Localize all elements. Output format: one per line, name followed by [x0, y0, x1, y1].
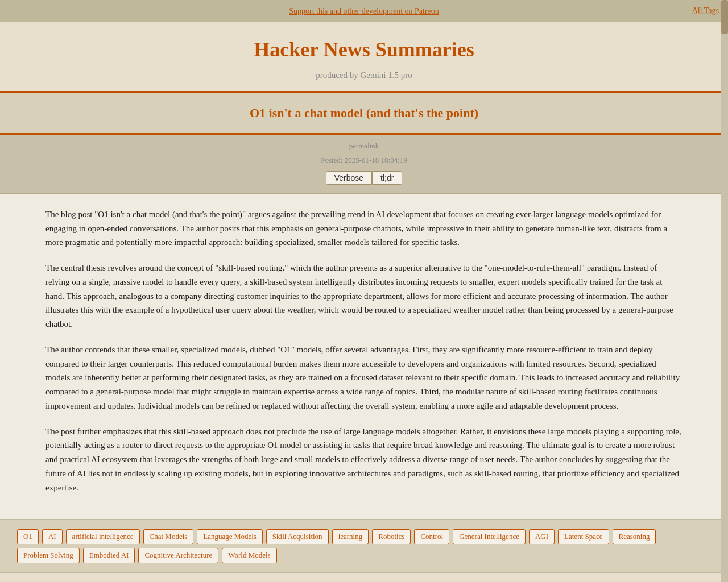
verbose-button[interactable]: Verbose	[326, 171, 372, 185]
article-title-bar: O1 isn't a chat model (and that's the po…	[0, 93, 728, 135]
site-subtitle: produced by Gemini 1.5 pro	[9, 68, 719, 82]
tag-item[interactable]: Reasoning	[613, 529, 656, 544]
tag-item[interactable]: Control	[414, 529, 449, 544]
tag-item[interactable]: Latent Space	[558, 529, 609, 544]
tag-item[interactable]: Skill Acquisition	[266, 529, 329, 544]
site-header: Hacker News Summaries produced by Gemini…	[0, 22, 728, 93]
tag-item[interactable]: learning	[332, 529, 369, 544]
tag-item[interactable]: General Intelligence	[453, 529, 526, 544]
tag-item[interactable]: AI	[42, 529, 63, 544]
tag-item[interactable]: AGI	[529, 529, 555, 544]
scrollbar-thumb[interactable]	[721, 0, 728, 34]
tags-container: O1AIartificial intelligenceChat ModelsLa…	[17, 529, 711, 563]
tldr-button[interactable]: tl;dr	[372, 171, 402, 185]
tag-item[interactable]: Robotics	[372, 529, 411, 544]
support-link[interactable]: Support this and other development on Pa…	[289, 7, 439, 15]
permalink-link[interactable]: permalink	[9, 140, 719, 152]
tag-item[interactable]: Problem Solving	[17, 548, 80, 563]
scrollbar-indicator[interactable]	[721, 0, 728, 582]
comments-summary-bar: Summary of Comments ( 1 )	[0, 573, 728, 582]
tags-section: O1AIartificial intelligenceChat ModelsLa…	[0, 519, 728, 573]
tag-item[interactable]: Cognitive Architecture	[138, 548, 218, 563]
tag-item[interactable]: Language Models	[197, 529, 263, 544]
tag-item[interactable]: Embodied AI	[83, 548, 135, 563]
paragraph-3: The author contends that these smaller, …	[46, 343, 682, 413]
tag-item[interactable]: O1	[17, 529, 39, 544]
paragraph-4: The post further emphasizes that this sk…	[46, 425, 682, 495]
paragraph-1: The blog post "O1 isn't a chat model (an…	[46, 207, 682, 250]
top-bar: Support this and other development on Pa…	[0, 0, 728, 22]
mode-buttons: Verbose tl;dr	[9, 171, 719, 185]
site-title: Hacker News Summaries	[9, 34, 719, 66]
tag-item[interactable]: artificial intelligence	[66, 529, 140, 544]
tag-item[interactable]: Chat Models	[143, 529, 194, 544]
all-tags-link[interactable]: All Tags	[692, 5, 719, 17]
article-title: O1 isn't a chat model (and that's the po…	[9, 103, 719, 123]
paragraph-2: The central thesis revolves around the c…	[46, 261, 682, 331]
posted-date: Posted: 2025-01-18 18:04:19	[9, 155, 719, 167]
meta-bar: permalink Posted: 2025-01-18 18:04:19 Ve…	[0, 135, 728, 194]
tag-item[interactable]: World Models	[222, 548, 276, 563]
main-content: The blog post "O1 isn't a chat model (an…	[28, 194, 700, 520]
